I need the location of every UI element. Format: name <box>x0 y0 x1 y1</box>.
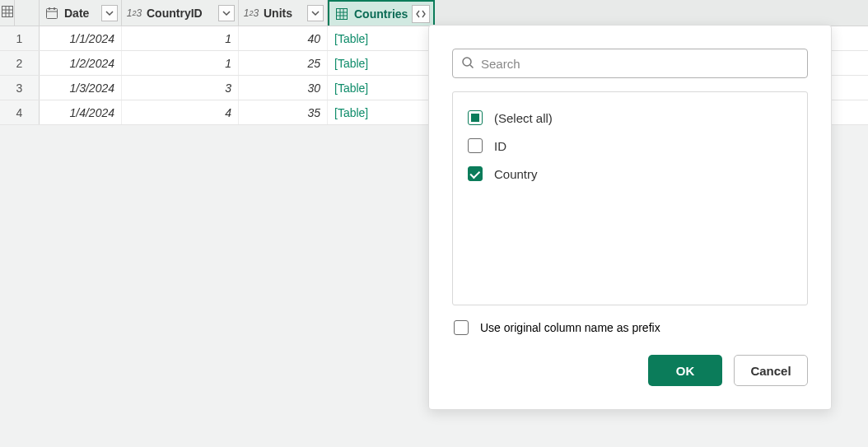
row-number: 2 <box>0 51 40 75</box>
checklist-label: (Select all) <box>494 111 553 125</box>
svg-rect-9 <box>337 8 348 19</box>
row-number: 4 <box>0 100 40 124</box>
svg-line-15 <box>470 65 474 68</box>
prefix-checkbox[interactable] <box>454 320 469 335</box>
checkbox[interactable] <box>468 166 483 181</box>
column-filter-dropdown[interactable] <box>101 5 118 21</box>
cell-units[interactable]: 30 <box>239 76 328 100</box>
column-label: Countries <box>352 7 412 21</box>
checklist-item[interactable]: ID <box>468 132 792 160</box>
table-icon <box>2 6 13 20</box>
search-box[interactable] <box>452 49 808 78</box>
checklist-label: Country <box>494 167 538 181</box>
row-number: 3 <box>0 76 40 100</box>
column-header-date[interactable]: Date <box>40 0 122 26</box>
column-label: Date <box>63 7 100 20</box>
columns-checklist[interactable]: (Select all)IDCountry <box>452 91 808 305</box>
number-type-icon: 123 <box>125 5 143 21</box>
row-number-header <box>15 0 40 26</box>
cell-date[interactable]: 1/4/2024 <box>40 100 122 124</box>
column-label: Units <box>262 7 306 20</box>
cell-date[interactable]: 1/1/2024 <box>40 26 122 50</box>
checklist-item[interactable]: (Select all) <box>468 104 792 132</box>
cell-countries[interactable]: [Table] <box>328 26 435 50</box>
svg-rect-5 <box>47 8 58 18</box>
search-icon <box>461 56 481 72</box>
prefix-option-row[interactable]: Use original column name as prefix <box>452 320 808 335</box>
date-type-icon <box>43 5 61 21</box>
cell-countryid[interactable]: 1 <box>122 26 239 50</box>
checkbox[interactable] <box>468 110 483 125</box>
svg-point-14 <box>463 58 471 66</box>
column-header-countries[interactable]: Countries <box>328 0 435 26</box>
search-input[interactable] <box>481 57 799 71</box>
expand-column-flyout: (Select all)IDCountry Use original colum… <box>428 25 832 410</box>
row-number: 1 <box>0 26 40 50</box>
checklist-label: ID <box>494 139 506 153</box>
column-label: CountryID <box>145 7 217 20</box>
dialog-button-row: OK Cancel <box>452 355 808 386</box>
checkbox[interactable] <box>468 138 483 153</box>
cell-date[interactable]: 1/2/2024 <box>40 51 122 75</box>
svg-rect-0 <box>2 7 12 17</box>
ok-button[interactable]: OK <box>648 355 722 386</box>
cell-countries[interactable]: [Table] <box>328 100 435 124</box>
cell-countryid[interactable]: 4 <box>122 100 239 124</box>
cell-units[interactable]: 40 <box>239 26 328 50</box>
cell-countryid[interactable]: 3 <box>122 76 239 100</box>
cell-countryid[interactable]: 1 <box>122 51 239 75</box>
cell-units[interactable]: 25 <box>239 51 328 75</box>
grid-header-row: Date 123 CountryID 123 Units Countries <box>0 0 868 26</box>
column-header-countryid[interactable]: 123 CountryID <box>122 0 239 26</box>
select-all-corner[interactable] <box>0 0 15 26</box>
column-filter-dropdown[interactable] <box>307 5 324 21</box>
table-type-icon <box>333 6 351 22</box>
cell-countries[interactable]: [Table] <box>328 76 435 100</box>
prefix-label: Use original column name as prefix <box>480 321 660 334</box>
cell-date[interactable]: 1/3/2024 <box>40 76 122 100</box>
cell-units[interactable]: 35 <box>239 100 328 124</box>
cell-countries[interactable]: [Table] <box>328 51 435 75</box>
column-header-units[interactable]: 123 Units <box>239 0 328 26</box>
checklist-item[interactable]: Country <box>468 160 792 188</box>
number-type-icon: 123 <box>242 5 260 21</box>
cancel-button[interactable]: Cancel <box>734 355 808 386</box>
expand-column-button[interactable] <box>412 5 430 23</box>
column-filter-dropdown[interactable] <box>218 5 235 21</box>
